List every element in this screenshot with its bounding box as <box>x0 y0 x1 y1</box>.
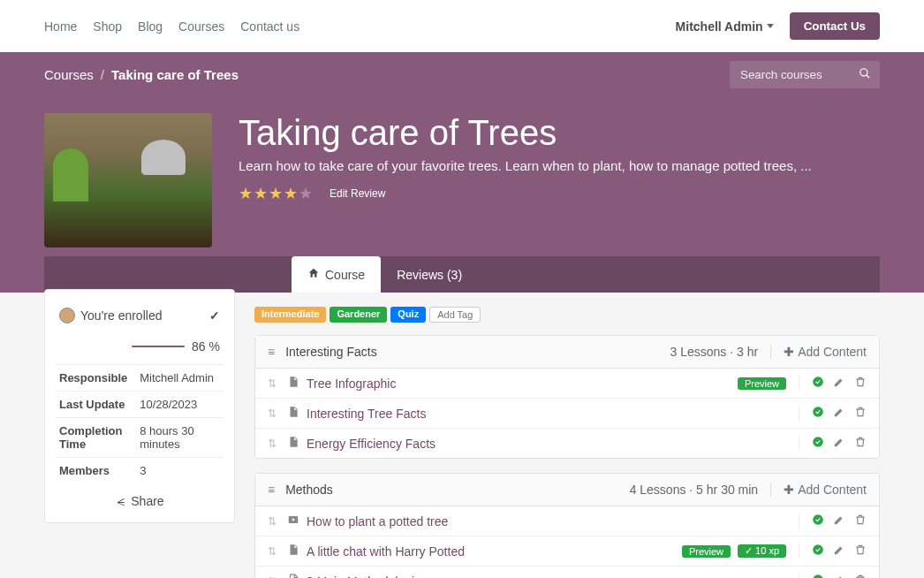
share-button[interactable]: ⪪ Share <box>56 483 223 512</box>
trash-icon[interactable] <box>854 544 867 559</box>
nav-blog[interactable]: Blog <box>138 19 163 34</box>
drag-handle-icon[interactable]: ⇅ <box>268 575 276 579</box>
preview-badge: Preview <box>682 545 731 558</box>
tab-bar: Course Reviews (3) <box>44 256 880 293</box>
share-label: Share <box>131 494 163 508</box>
course-meta-table: ResponsibleMitchell Admin Last Update10/… <box>56 364 223 483</box>
tag-gardener[interactable]: Gardener <box>329 307 387 323</box>
lesson-title[interactable]: Interesting Tree Facts <box>307 407 426 421</box>
home-icon <box>307 267 320 282</box>
tag-intermediate[interactable]: Intermediate <box>254 307 326 323</box>
edit-icon[interactable] <box>833 513 845 529</box>
progress-bar <box>132 346 185 347</box>
edit-icon[interactable] <box>833 544 845 559</box>
user-menu[interactable]: Mitchell Admin <box>676 19 774 34</box>
tab-course[interactable]: Course <box>292 256 381 293</box>
nav-courses[interactable]: Courses <box>178 19 224 34</box>
preview-badge: Preview <box>738 377 786 390</box>
nav-contact[interactable]: Contact us <box>240 19 299 34</box>
course-thumbnail <box>44 113 212 247</box>
svg-line-1 <box>867 75 870 79</box>
plus-icon: ✚ <box>784 345 794 359</box>
contact-us-button[interactable]: Contact Us <box>790 12 880 40</box>
user-name: Mitchell Admin <box>676 19 763 34</box>
lesson-row: ⇅ Tree Infographic Preview <box>255 369 879 399</box>
edit-icon[interactable] <box>833 436 845 451</box>
edit-icon[interactable] <box>833 406 845 421</box>
done-icon <box>812 376 824 391</box>
drag-handle-icon[interactable]: ≡ <box>268 483 275 497</box>
course-hero: Taking care of Trees Learn how to take c… <box>0 97 924 293</box>
meta-responsible-label: Responsible <box>56 365 136 392</box>
trash-icon[interactable] <box>854 513 867 529</box>
done-icon <box>812 436 824 451</box>
share-icon: ⪪ <box>115 494 127 508</box>
svg-point-0 <box>860 69 867 76</box>
add-tag-button[interactable]: Add Tag <box>429 307 481 323</box>
pdf-icon <box>287 574 299 578</box>
section-title: Methods <box>285 483 333 497</box>
doc-icon <box>287 544 299 559</box>
check-icon: ✓ <box>209 308 220 323</box>
course-content: Intermediate Gardener Quiz Add Tag ≡ Int… <box>254 307 880 578</box>
edit-icon[interactable] <box>833 376 845 391</box>
breadcrumb-sep: / <box>101 67 104 82</box>
lesson-title[interactable]: 3 Main Methodologies <box>307 574 428 579</box>
lesson-title[interactable]: Tree Infographic <box>307 376 396 391</box>
search-wrap <box>730 61 880 88</box>
meta-completion-label: Completion Time <box>56 418 136 458</box>
meta-members-value: 3 <box>136 458 223 484</box>
tab-reviews[interactable]: Reviews (3) <box>381 256 478 293</box>
trash-icon[interactable] <box>854 436 867 451</box>
done-icon <box>812 406 824 421</box>
lesson-title[interactable]: A little chat with Harry Potted <box>307 544 465 559</box>
lesson-title[interactable]: Energy Efficiency Facts <box>307 437 435 451</box>
drag-handle-icon[interactable]: ≡ <box>268 345 275 359</box>
top-nav: Home Shop Blog Courses Contact us Mitche… <box>0 0 924 52</box>
lesson-title[interactable]: How to plant a potted tree <box>307 514 448 529</box>
search-input[interactable] <box>730 61 880 88</box>
meta-completion-value: 8 hours 30 minutes <box>136 418 223 458</box>
search-icon[interactable] <box>859 67 871 82</box>
drag-handle-icon[interactable]: ⇅ <box>268 407 276 420</box>
lesson-row: ⇅ How to plant a potted tree <box>255 506 879 536</box>
tag-quiz[interactable]: Quiz <box>390 307 426 323</box>
nav-shop[interactable]: Shop <box>93 19 122 34</box>
drag-handle-icon[interactable]: ⇅ <box>268 377 276 390</box>
breadcrumb-root[interactable]: Courses <box>44 67 94 82</box>
trash-icon[interactable] <box>854 406 867 421</box>
svg-point-8 <box>813 544 823 555</box>
section-add-content[interactable]: ✚ Add Content <box>770 483 867 497</box>
drag-handle-icon[interactable]: ⇅ <box>268 515 276 528</box>
trash-icon[interactable] <box>854 574 867 578</box>
meta-update-value: 10/28/2023 <box>136 392 223 418</box>
progress-percent: 86 % <box>192 339 220 354</box>
meta-responsible-value: Mitchell Admin <box>136 365 223 392</box>
course-title: Taking care of Trees <box>239 113 880 153</box>
drag-handle-icon[interactable]: ⇅ <box>268 545 276 558</box>
svg-point-3 <box>813 407 823 417</box>
edit-icon[interactable] <box>833 574 845 578</box>
section-title: Interesting Facts <box>285 345 377 359</box>
course-section: ≡ Interesting Facts 3 Lessons · 3 hr ✚ A… <box>254 335 880 459</box>
edit-review-link[interactable]: Edit Review <box>329 187 385 200</box>
nav-home[interactable]: Home <box>44 19 77 34</box>
done-icon <box>812 513 824 529</box>
done-icon <box>812 574 824 578</box>
lesson-row: ⇅ Energy Efficiency Facts <box>255 429 879 458</box>
tab-course-label: Course <box>325 268 365 282</box>
doc-icon <box>287 376 299 391</box>
svg-point-2 <box>813 376 823 387</box>
avatar <box>59 308 75 323</box>
nav-links: Home Shop Blog Courses Contact us <box>44 19 299 34</box>
chevron-down-icon <box>767 24 774 28</box>
add-content-label: Add Content <box>798 345 867 359</box>
section-add-content[interactable]: ✚ Add Content <box>770 345 867 359</box>
drag-handle-icon[interactable]: ⇅ <box>268 437 276 450</box>
course-section: ≡ Methods 4 Lessons · 5 hr 30 min ✚ Add … <box>254 473 880 578</box>
trash-icon[interactable] <box>854 376 867 391</box>
breadcrumb-current: Taking care of Trees <box>111 67 239 82</box>
rating-stars: ★★★★★ <box>239 184 314 203</box>
breadcrumb: Courses / Taking care of Trees <box>44 67 239 82</box>
lesson-row: ⇅ 3 Main Methodologies <box>255 567 879 578</box>
